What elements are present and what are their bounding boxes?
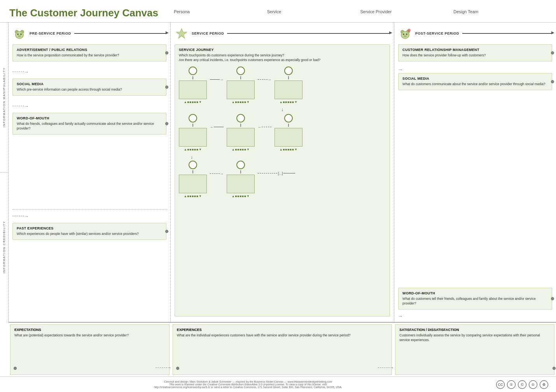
pre-wom-title: WORD-OF-MOUTH [17,116,162,120]
tp3-stars: ▲ ■■■■■ ▼ [280,100,297,104]
pre-social-card: SOCIAL MEDIA Which pre-service informati… [12,79,166,96]
svg-point-15 [404,35,407,37]
footer-icons: CC ① © ⊙ ♻ [496,380,548,389]
experiences-title: EXPERIENCES [177,328,388,332]
tp8-circle [236,161,245,169]
tp-arrow-1-2: → [210,77,224,82]
tp-arrow-5-6: ← [258,125,271,129]
header-label-persona: Persona [174,9,267,14]
pre-past-dot [165,230,168,233]
post-social-text: What do customers communicate about the … [402,82,548,87]
post-arrow-1: → [398,67,552,72]
svg-point-12 [402,32,409,38]
footer-text: Concept and design: Marc Stickdorn & Jak… [8,380,488,388]
tp8-line [240,170,241,173]
svg-point-5 [20,33,22,35]
pre-wom-text: What do friends, colleagues and family a… [17,122,162,131]
left-labels: INFORMATION MANIPULABILITY INFORMATION C… [0,23,9,322]
service-journey-text: Which touchpoints do customers experienc… [179,53,386,63]
bottom-strip: EXPECTATIONS What are (potential) expect… [9,322,556,376]
tp-arrow-extended: [...] [258,172,295,175]
pre-service-title: PRE-SERVICE PERIOD [30,32,71,35]
tp2-line [240,76,241,79]
satisfaction-dot [553,367,556,370]
tp-arrow-4-5: ← [210,125,224,129]
tp-arrow-2-3: → [258,77,271,82]
service-title: SERVICE PERIOD [192,32,224,35]
pre-social-title: SOCIAL MEDIA [17,82,162,86]
tp3-circle [284,66,293,75]
post-crm-card: CUSTOMER RELATIONSHIP MANAGEMENT How doe… [398,44,552,61]
pre-past-card: PAST EXPERIENCES Which experiences do pe… [12,223,166,240]
experiences-dot [176,367,179,370]
header: The Customer Journey Canvas Persona Serv… [0,0,556,23]
service-icon [175,26,189,40]
expectations-title: EXPECTATIONS [14,328,165,332]
post-service-icon [398,26,412,40]
svg-point-14 [406,33,407,35]
pre-wom-dot [165,122,168,125]
post-info-section: SOCIAL MEDIA What do customers communica… [398,73,552,285]
expectations-arrow: → [156,365,171,370]
tp7-stars: ▲ ■■■■■ ▼ [184,194,202,198]
touchpoint-7: ▲ ■■■■■ ▼ [179,161,207,198]
tp6-circle [284,114,293,122]
pre-credibility-section: → PAST EXPERIENCES Which experiences do … [12,210,166,320]
post-service-title: POST-SERVICE PERIOD [415,32,459,35]
svg-point-3 [16,32,23,38]
post-crm-title: CUSTOMER RELATIONSHIP MANAGEMENT [402,48,548,52]
sa-icon: © [518,380,526,389]
pre-past-title: PAST EXPERIENCES [17,226,162,230]
post-crm-dot [551,51,554,54]
tp1-rect [179,80,207,99]
pre-info-section: ADVERTISEMENT / PUBLIC RELATIONS How is … [12,44,166,210]
tp3-rect [275,80,302,99]
pre-arrow-1: → [12,69,166,75]
tp5-line [240,124,241,127]
svg-point-4 [17,33,19,35]
post-wom-card: WORD-OF-MOUTH What do customers tell the… [398,288,552,310]
side-label-top: INFORMATION MANIPULABILITY [0,23,8,173]
expectations-text: What are (potential) expectations toward… [14,333,165,338]
tp2-rect [227,80,255,99]
pre-advertisement-title: ADVERTISEMENT / PUBLIC RELATIONS [17,48,162,52]
content-area: INFORMATION MANIPULABILITY INFORMATION C… [0,23,556,322]
touchpoint-1: ▲ ■■■■■ ▼ [179,66,207,104]
svg-point-16 [407,29,411,32]
page-container: The Customer Journey Canvas Persona Serv… [0,0,556,392]
tp6-line [288,124,289,127]
post-arrow-2: → [398,313,552,319]
expectations-card: EXPECTATIONS What are (potential) expect… [10,324,170,375]
tp1-circle [189,66,197,75]
pre-wom-card: WORD-OF-MOUTH What do friends, colleague… [12,113,166,135]
post-social-card: SOCIAL MEDIA What do customers communica… [398,73,552,90]
expectations-dot [14,367,17,370]
tp6-rect [275,128,302,147]
svg-point-13 [403,33,404,35]
header-label-service: Service [267,9,360,14]
pre-arrow-2: → [12,103,166,109]
touchpoint-4: ▲ ■■■■■ ▼ [179,114,207,151]
tp5-circle [236,114,245,122]
tp8-rect [227,175,255,193]
post-credibility-section: WORD-OF-MOUTH What do customers tell the… [398,288,552,320]
tp1-line [192,76,193,79]
tp1-stars: ▲ ■■■■■ ▼ [184,100,202,104]
experiences-card: EXPERIENCES What are the individual expe… [173,324,392,375]
pre-advertisement-dot [165,51,168,54]
tp7-circle [189,161,197,169]
service-arrow: ▶ [227,33,390,34]
satisfaction-title: SATISFACTION / DISSATISFACTION [399,328,550,332]
service-column: SERVICE PERIOD ▶ SERVICE JOURNEY Which t… [171,23,394,322]
pre-service-column: PRE-SERVICE PERIOD ▶ ADVERTISEMENT / PUB… [9,23,171,322]
post-social-dot [551,80,554,83]
tp-arrow-7-8: → [210,172,224,176]
three-cols: PRE-SERVICE PERIOD ▶ ADVERTISEMENT / PUB… [9,23,556,322]
tp7-line [192,170,193,173]
tp4-stars: ▲ ■■■■■ ▼ [184,148,202,151]
tp4-circle [189,114,197,122]
post-crm-text: How does the service provider follow-up … [402,53,548,58]
header-label-team: Design Team [453,9,547,14]
experiences-text: What are the individual experiences cust… [177,333,388,338]
post-wom-dot [551,297,554,300]
